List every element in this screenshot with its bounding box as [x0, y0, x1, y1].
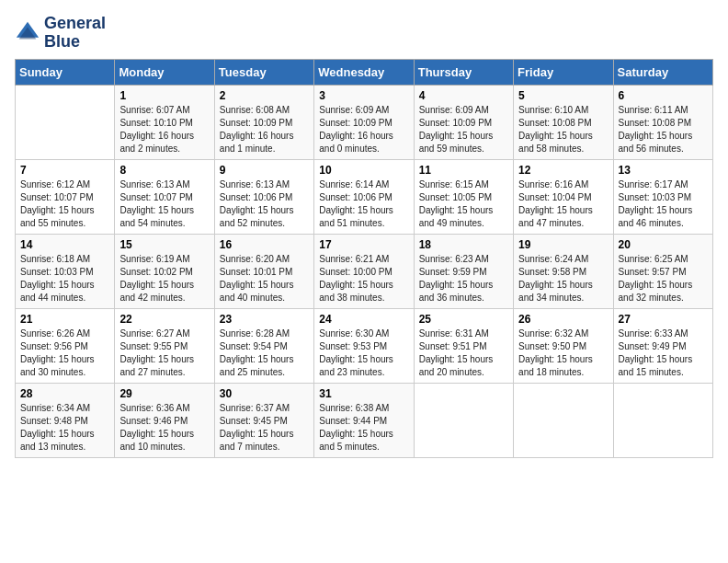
cell-sun-info: Sunrise: 6:12 AM Sunset: 10:07 PM Daylig…: [20, 178, 109, 230]
cell-sun-info: Sunrise: 6:26 AM Sunset: 9:56 PM Dayligh…: [20, 327, 109, 379]
cell-date-number: 15: [119, 238, 209, 251]
cell-sun-info: Sunrise: 6:25 AM Sunset: 9:57 PM Dayligh…: [619, 253, 708, 304]
calendar-cell: 12Sunrise: 6:16 AM Sunset: 10:04 PM Dayl…: [514, 159, 613, 234]
weekday-header-wednesday: Wednesday: [314, 59, 414, 85]
cell-date-number: 12: [518, 164, 608, 177]
cell-date-number: 7: [20, 164, 109, 177]
calendar-cell: 25Sunrise: 6:31 AM Sunset: 9:51 PM Dayli…: [414, 308, 513, 383]
cell-date-number: 28: [20, 387, 109, 400]
cell-sun-info: Sunrise: 6:24 AM Sunset: 9:58 PM Dayligh…: [518, 253, 608, 304]
calendar-cell: 30Sunrise: 6:37 AM Sunset: 9:45 PM Dayli…: [214, 383, 313, 457]
weekday-header-thursday: Thursday: [414, 59, 513, 85]
calendar-cell: [16, 85, 115, 159]
cell-date-number: 3: [319, 89, 408, 102]
cell-sun-info: Sunrise: 6:09 AM Sunset: 10:09 PM Daylig…: [319, 104, 408, 155]
calendar-cell: 4Sunrise: 6:09 AM Sunset: 10:09 PM Dayli…: [414, 85, 513, 159]
weekday-header-sunday: Sunday: [16, 59, 115, 85]
calendar-week-row: 14Sunrise: 6:18 AM Sunset: 10:03 PM Dayl…: [16, 234, 713, 308]
page-header: General Blue: [15, 15, 713, 52]
cell-date-number: 20: [619, 238, 708, 251]
calendar-table: SundayMondayTuesdayWednesdayThursdayFrid…: [15, 59, 713, 458]
cell-date-number: 31: [319, 387, 408, 400]
logo-text: General Blue: [44, 15, 106, 52]
cell-date-number: 11: [419, 164, 508, 177]
calendar-cell: 15Sunrise: 6:19 AM Sunset: 10:02 PM Dayl…: [115, 234, 214, 308]
cell-date-number: 19: [518, 238, 608, 251]
cell-date-number: 25: [419, 313, 508, 326]
cell-sun-info: Sunrise: 6:33 AM Sunset: 9:49 PM Dayligh…: [619, 327, 708, 379]
cell-sun-info: Sunrise: 6:38 AM Sunset: 9:44 PM Dayligh…: [319, 402, 408, 454]
cell-sun-info: Sunrise: 6:14 AM Sunset: 10:06 PM Daylig…: [319, 178, 408, 230]
calendar-cell: 8Sunrise: 6:13 AM Sunset: 10:07 PM Dayli…: [115, 159, 214, 234]
calendar-cell: 31Sunrise: 6:38 AM Sunset: 9:44 PM Dayli…: [314, 383, 414, 457]
cell-date-number: 16: [220, 238, 309, 251]
calendar-week-row: 28Sunrise: 6:34 AM Sunset: 9:48 PM Dayli…: [16, 383, 713, 457]
calendar-cell: 6Sunrise: 6:11 AM Sunset: 10:08 PM Dayli…: [613, 85, 712, 159]
calendar-header-row: SundayMondayTuesdayWednesdayThursdayFrid…: [16, 59, 713, 85]
weekday-header-monday: Monday: [115, 59, 214, 85]
cell-date-number: 2: [220, 89, 309, 102]
cell-sun-info: Sunrise: 6:32 AM Sunset: 9:50 PM Dayligh…: [518, 327, 608, 379]
cell-sun-info: Sunrise: 6:37 AM Sunset: 9:45 PM Dayligh…: [220, 402, 309, 454]
cell-sun-info: Sunrise: 6:23 AM Sunset: 9:59 PM Dayligh…: [419, 253, 508, 304]
calendar-cell: 10Sunrise: 6:14 AM Sunset: 10:06 PM Dayl…: [314, 159, 414, 234]
cell-sun-info: Sunrise: 6:18 AM Sunset: 10:03 PM Daylig…: [20, 253, 109, 304]
logo: General Blue: [15, 15, 106, 52]
calendar-body: 1Sunrise: 6:07 AM Sunset: 10:10 PM Dayli…: [16, 85, 713, 457]
logo-icon: [15, 20, 40, 46]
weekday-header-tuesday: Tuesday: [214, 59, 313, 85]
calendar-cell: 7Sunrise: 6:12 AM Sunset: 10:07 PM Dayli…: [16, 159, 115, 234]
calendar-cell: 20Sunrise: 6:25 AM Sunset: 9:57 PM Dayli…: [613, 234, 712, 308]
calendar-cell: 16Sunrise: 6:20 AM Sunset: 10:01 PM Dayl…: [214, 234, 313, 308]
cell-date-number: 4: [419, 89, 508, 102]
calendar-cell: 24Sunrise: 6:30 AM Sunset: 9:53 PM Dayli…: [314, 308, 414, 383]
cell-date-number: 6: [619, 89, 708, 102]
calendar-cell: 17Sunrise: 6:21 AM Sunset: 10:00 PM Dayl…: [314, 234, 414, 308]
cell-date-number: 29: [119, 387, 209, 400]
cell-date-number: 10: [319, 164, 408, 177]
calendar-cell: 5Sunrise: 6:10 AM Sunset: 10:08 PM Dayli…: [514, 85, 613, 159]
cell-sun-info: Sunrise: 6:31 AM Sunset: 9:51 PM Dayligh…: [419, 327, 508, 379]
cell-sun-info: Sunrise: 6:13 AM Sunset: 10:07 PM Daylig…: [119, 178, 209, 230]
calendar-cell: [414, 383, 513, 457]
calendar-cell: 26Sunrise: 6:32 AM Sunset: 9:50 PM Dayli…: [514, 308, 613, 383]
calendar-cell: 27Sunrise: 6:33 AM Sunset: 9:49 PM Dayli…: [613, 308, 712, 383]
cell-sun-info: Sunrise: 6:16 AM Sunset: 10:04 PM Daylig…: [518, 178, 608, 230]
cell-sun-info: Sunrise: 6:34 AM Sunset: 9:48 PM Dayligh…: [20, 402, 109, 454]
cell-date-number: 22: [119, 313, 209, 326]
cell-sun-info: Sunrise: 6:08 AM Sunset: 10:09 PM Daylig…: [220, 104, 309, 155]
calendar-cell: 19Sunrise: 6:24 AM Sunset: 9:58 PM Dayli…: [514, 234, 613, 308]
calendar-cell: 9Sunrise: 6:13 AM Sunset: 10:06 PM Dayli…: [214, 159, 313, 234]
cell-sun-info: Sunrise: 6:17 AM Sunset: 10:03 PM Daylig…: [619, 178, 708, 230]
calendar-cell: 21Sunrise: 6:26 AM Sunset: 9:56 PM Dayli…: [16, 308, 115, 383]
weekday-header-friday: Friday: [514, 59, 613, 85]
cell-sun-info: Sunrise: 6:07 AM Sunset: 10:10 PM Daylig…: [119, 104, 209, 155]
cell-date-number: 8: [119, 164, 209, 177]
cell-date-number: 27: [619, 313, 708, 326]
cell-date-number: 14: [20, 238, 109, 251]
calendar-cell: 11Sunrise: 6:15 AM Sunset: 10:05 PM Dayl…: [414, 159, 513, 234]
calendar-cell: 23Sunrise: 6:28 AM Sunset: 9:54 PM Dayli…: [214, 308, 313, 383]
cell-date-number: 23: [220, 313, 309, 326]
cell-sun-info: Sunrise: 6:09 AM Sunset: 10:09 PM Daylig…: [419, 104, 508, 155]
cell-date-number: 21: [20, 313, 109, 326]
cell-date-number: 24: [319, 313, 408, 326]
cell-sun-info: Sunrise: 6:20 AM Sunset: 10:01 PM Daylig…: [220, 253, 309, 304]
cell-sun-info: Sunrise: 6:13 AM Sunset: 10:06 PM Daylig…: [220, 178, 309, 230]
cell-sun-info: Sunrise: 6:27 AM Sunset: 9:55 PM Dayligh…: [119, 327, 209, 379]
cell-date-number: 5: [518, 89, 608, 102]
calendar-cell: [514, 383, 613, 457]
calendar-cell: 18Sunrise: 6:23 AM Sunset: 9:59 PM Dayli…: [414, 234, 513, 308]
calendar-cell: 1Sunrise: 6:07 AM Sunset: 10:10 PM Dayli…: [115, 85, 214, 159]
calendar-cell: 3Sunrise: 6:09 AM Sunset: 10:09 PM Dayli…: [314, 85, 414, 159]
calendar-cell: 29Sunrise: 6:36 AM Sunset: 9:46 PM Dayli…: [115, 383, 214, 457]
cell-sun-info: Sunrise: 6:30 AM Sunset: 9:53 PM Dayligh…: [319, 327, 408, 379]
calendar-cell: 13Sunrise: 6:17 AM Sunset: 10:03 PM Dayl…: [613, 159, 712, 234]
calendar-cell: 14Sunrise: 6:18 AM Sunset: 10:03 PM Dayl…: [16, 234, 115, 308]
cell-sun-info: Sunrise: 6:11 AM Sunset: 10:08 PM Daylig…: [619, 104, 708, 155]
cell-date-number: 9: [220, 164, 309, 177]
cell-date-number: 17: [319, 238, 408, 251]
cell-sun-info: Sunrise: 6:36 AM Sunset: 9:46 PM Dayligh…: [119, 402, 209, 454]
calendar-week-row: 1Sunrise: 6:07 AM Sunset: 10:10 PM Dayli…: [16, 85, 713, 159]
calendar-cell: [613, 383, 712, 457]
